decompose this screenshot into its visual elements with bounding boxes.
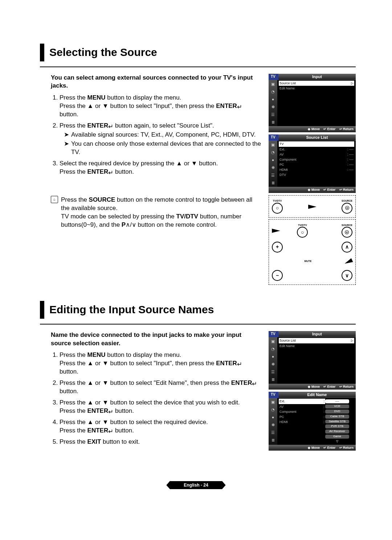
osd-title: Input	[278, 74, 356, 80]
rule	[40, 324, 356, 325]
osd-tv-badge: TV	[269, 134, 278, 141]
arrow-icon: ➤	[64, 140, 69, 157]
remote-icon: ⌂	[51, 196, 58, 203]
osd-sidebar: ▣◔●❋☰≣	[269, 398, 277, 444]
vol-down-button: −	[272, 270, 283, 281]
osd-row: Component:	[279, 409, 325, 414]
osd-input-2: TVInput ▣◔●❋☰≣ Source List▷Edit Name ◆ M…	[269, 331, 356, 390]
arrow-icon: ▶	[272, 227, 280, 234]
enter-icon: ↵	[108, 169, 113, 177]
osd-source-list: TVSource List ▣◔●❋☰≣ TVExt.: ----AV: ---…	[269, 134, 356, 193]
enter-icon: ↵	[108, 428, 113, 436]
osd-tv-badge: TV	[269, 392, 278, 398]
osd-title: Edit Name	[278, 392, 356, 398]
osd-row: HDMI: ----	[279, 167, 354, 172]
osd-input: TVInput ▣◔●❋☰≣ Source List▷Edit Name ◆ M…	[269, 74, 356, 132]
rule	[40, 67, 356, 67]
osd-row: Source List▷	[279, 338, 354, 343]
enter-icon: ↵	[108, 123, 113, 131]
section-title-editing: Editing the Input Source Names	[40, 301, 356, 319]
osd-row: Ext.:	[279, 399, 325, 404]
enter-icon: ↵	[237, 360, 242, 369]
remote-diagram: TV/DTV○ ▶ SOURCE⦾	[269, 195, 356, 218]
edit-option: Satellite STB	[325, 420, 349, 424]
osd-sidebar: ▣◔●❋☰≣	[269, 141, 277, 187]
osd-sidebar: ▣◔●❋☰≣	[269, 337, 277, 383]
steps-2: Press the MENU button to display the men…	[51, 351, 262, 446]
tvdtv-button: ○	[272, 203, 283, 214]
osd-row: Source List▷	[279, 81, 354, 86]
vol-up-button: +	[272, 242, 283, 253]
osd-row: Edit Name	[279, 343, 354, 348]
section2-text: Name the device connected to the input j…	[40, 331, 262, 453]
intro-1: You can select among external sources co…	[51, 74, 262, 90]
osd-row: Edit Name	[279, 86, 354, 91]
edit-option: ----	[325, 399, 349, 403]
remote-diagram: ▶ TV/DTV○ SOURCE⦾ + ∧ MUTE◀ − ∨	[269, 219, 356, 285]
osd-row: DTV	[279, 172, 354, 177]
steps-1: Press the MENU button to display the men…	[51, 94, 262, 176]
enter-icon: ↵	[252, 380, 257, 388]
ch-up-button: ∧	[342, 242, 352, 253]
osd-row: AV:	[279, 404, 325, 409]
remote-note: ⌂ Press the SOURCE button on the remote …	[51, 196, 262, 229]
section1-text: You can select among external sources co…	[40, 74, 262, 287]
enter-icon: ↵	[108, 408, 113, 416]
edit-option: PVR STB	[325, 424, 349, 428]
osd-row: PC: ----	[279, 162, 354, 167]
osd-title: Input	[278, 331, 356, 338]
osd-tv-badge: TV	[269, 331, 278, 338]
osd-row: PC:	[279, 414, 325, 419]
edit-option: DVD	[325, 410, 349, 414]
ch-down-button: ∨	[342, 270, 352, 281]
enter-icon: ↵	[237, 103, 242, 112]
edit-option: Game	[325, 435, 349, 439]
edit-option: AV Receiver	[325, 430, 349, 434]
arrow-icon: ➤	[64, 131, 69, 139]
intro-2: Name the device connected to the input j…	[51, 331, 262, 348]
p-up-icon: ∧	[126, 221, 130, 228]
page-footer: English - 24	[0, 481, 392, 489]
edit-option: Cable STB	[325, 415, 349, 419]
osd-row: Component: ----	[279, 157, 354, 162]
osd-row: AV: ----	[279, 152, 354, 157]
osd-row: Ext.: ----	[279, 147, 354, 152]
arrow-icon: ▶	[308, 203, 317, 210]
p-down-icon: ∨	[132, 221, 136, 228]
osd-sidebar: ▣◔●❋☰≣	[269, 80, 277, 126]
arrow-icon: ◀	[343, 256, 354, 266]
osd-edit-name: TVEdit Name ▣◔●❋☰≣ Ext.:AV:Component:PC:…	[269, 392, 356, 451]
section-title-selecting: Selecting the Source	[40, 44, 356, 61]
osd-tv-badge: TV	[269, 74, 278, 80]
osd-row: HDMI:	[279, 419, 325, 424]
source-button: ⦾	[342, 227, 352, 238]
osd-title: Source List	[278, 134, 356, 141]
page-number: English - 24	[166, 481, 225, 489]
edit-option: VCR	[325, 404, 349, 408]
source-button: ⦾	[342, 203, 352, 214]
osd-row: TV	[279, 141, 354, 146]
tvdtv-button: ○	[297, 227, 308, 238]
